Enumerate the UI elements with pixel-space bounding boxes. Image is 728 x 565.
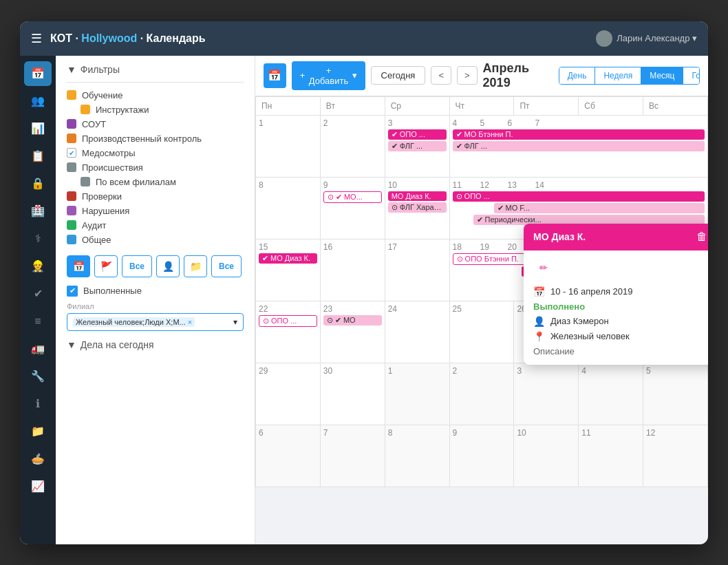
cal-day-other[interactable]: 8: [385, 425, 449, 487]
all2-btn[interactable]: Все: [211, 255, 242, 277]
filter-filials[interactable]: По всем филиалам: [67, 175, 244, 189]
popup-status: Выполнено: [533, 301, 585, 312]
filter-medosm[interactable]: ✔ Медосмотры: [67, 146, 244, 160]
user-menu[interactable]: Ларин Александр ▾: [596, 30, 697, 47]
sidebar-item-list[interactable]: ≡: [24, 309, 52, 334]
cal-day-other[interactable]: 10: [514, 425, 579, 487]
delete-icon[interactable]: 🗑: [696, 231, 707, 243]
sidebar-item-files[interactable]: 📁: [24, 419, 52, 444]
cal-day[interactable]: 22 ⊙ ОПО ...: [256, 301, 321, 363]
cal-day-other[interactable]: 3: [514, 363, 579, 425]
sidebar-item-reports[interactable]: 📊: [24, 116, 52, 141]
completed-row[interactable]: ✔ Выполненные: [67, 286, 244, 297]
folder-icon-btn[interactable]: 📁: [184, 255, 207, 277]
sidebar-item-tasks[interactable]: ✔: [24, 281, 52, 306]
cal-day[interactable]: 29: [256, 363, 321, 425]
calendar-event[interactable]: ⊙ ✔ МО: [323, 315, 382, 326]
cal-day-other[interactable]: 6: [256, 425, 321, 487]
sidebar-item-info[interactable]: ℹ: [24, 392, 52, 416]
dela-header[interactable]: ▼ Дела на сегодня: [67, 339, 244, 350]
week-row: 1 2 3 ✔ ОПО ... ✔ ФЛГ ... 4: [256, 115, 708, 177]
cal-day[interactable]: 16: [320, 239, 385, 301]
next-button[interactable]: >: [457, 66, 478, 85]
cal-day-other[interactable]: 2: [449, 363, 514, 425]
all1-btn[interactable]: Все: [122, 255, 152, 277]
prev-button[interactable]: <: [431, 66, 451, 85]
flag-icon-btn[interactable]: 🚩: [94, 255, 118, 277]
sidebar-item-analytics[interactable]: 🥧: [24, 447, 52, 471]
cal-day[interactable]: 17: [385, 239, 449, 301]
filter-proish[interactable]: Происшествия: [67, 160, 244, 175]
cal-day-other[interactable]: 7: [320, 425, 385, 487]
cal-day-other[interactable]: 5: [643, 363, 708, 425]
sidebar-item-docs[interactable]: 📋: [24, 144, 52, 169]
day-number: 30: [323, 366, 382, 376]
cal-day-other[interactable]: 4: [579, 363, 643, 425]
day-number: 8: [388, 428, 447, 438]
cal-day[interactable]: 3 ✔ ОПО ... ✔ ФЛГ ...: [385, 115, 449, 177]
calendar-event[interactable]: ✔ МО Бтэнни П.: [453, 129, 705, 140]
sidebar-item-health[interactable]: ⚕: [24, 226, 52, 251]
filter-audit[interactable]: Аудит: [67, 218, 244, 233]
calendar-event[interactable]: ✔ ОПО ...: [388, 129, 447, 140]
view-week[interactable]: Неделя: [595, 67, 641, 84]
cal-day-other[interactable]: 1: [385, 363, 449, 425]
calendar-event[interactable]: ⊙ ФЛГ Харатьян Д. В.: [388, 202, 447, 213]
sidebar-item-calendar[interactable]: 📅: [24, 61, 52, 86]
calendar-event[interactable]: ✔ МО Диаз К.: [259, 253, 317, 264]
completed-label: Выполненные: [83, 286, 142, 296]
filter-obshchee[interactable]: Общее: [67, 233, 244, 247]
app-screen: ☰ КОТ · Hollywood · Календарь Ларин Алек…: [20, 21, 708, 544]
filter-instruktazhi[interactable]: Инструктажи: [67, 103, 244, 117]
filter-sout[interactable]: СОУТ: [67, 117, 244, 131]
cal-day[interactable]: 1: [256, 115, 321, 177]
filter-obuchenie[interactable]: Обучение: [67, 88, 244, 103]
calendar-event[interactable]: ✔ ФЛГ ...: [453, 141, 705, 151]
menu-icon[interactable]: ☰: [31, 31, 42, 46]
person-icon-btn[interactable]: 👤: [156, 255, 180, 277]
calendar-event[interactable]: МО Диаз К.: [388, 191, 447, 201]
topbar: ☰ КОТ · Hollywood · Календарь Ларин Алек…: [20, 21, 708, 56]
calendar-event[interactable]: ✔ МО F...: [494, 203, 705, 213]
sidebar-item-stats[interactable]: 📈: [24, 474, 52, 499]
cal-day-other[interactable]: 11: [579, 425, 643, 487]
calendar-event[interactable]: ⊙ ✔ МО...: [323, 191, 382, 203]
filter-narusheniya[interactable]: Нарушения: [67, 204, 244, 218]
cal-day[interactable]: 25: [449, 301, 514, 363]
view-month[interactable]: Месяц: [641, 67, 683, 84]
cal-day[interactable]: 2: [320, 115, 385, 177]
cal-day-other[interactable]: 12: [643, 425, 708, 487]
filter-proizv[interactable]: Производственный контроль: [67, 131, 244, 146]
calendar-event[interactable]: ⊙ ОПО ...: [259, 315, 317, 327]
calendar-event[interactable]: ⊙ ОПО ...: [453, 191, 705, 202]
view-year[interactable]: Год: [683, 67, 700, 84]
popup-edit-button[interactable]: ✏: [533, 257, 554, 278]
cal-day[interactable]: 4 5 6 7 ✔ МО Бтэнни П. ✔ ФЛГ ...: [449, 115, 707, 177]
calendar-grid-icon-btn[interactable]: 📅: [264, 63, 286, 88]
cal-day-other[interactable]: 9: [449, 425, 514, 487]
sidebar-item-equipment[interactable]: 🚛: [24, 337, 52, 361]
calendar-icon-btn[interactable]: 📅: [67, 255, 90, 277]
sidebar-item-medical[interactable]: 🏥: [24, 199, 52, 224]
add-button[interactable]: + + Добавить ▾: [292, 61, 365, 90]
cal-day[interactable]: 10 МО Диаз К. ⊙ ФЛГ Харатьян Д. В.: [385, 177, 449, 239]
calendar-event[interactable]: ✔ ФЛГ ...: [388, 141, 447, 151]
cal-day[interactable]: 23 ⊙ ✔ МО: [320, 301, 385, 363]
cal-day[interactable]: 15 ✔ МО Диаз К.: [256, 239, 321, 301]
view-day[interactable]: День: [559, 67, 596, 84]
filter-label: Общее: [82, 235, 111, 245]
sidebar-item-users[interactable]: 👥: [24, 89, 52, 114]
filial-select[interactable]: Железный человек;Люди X;М... × ▾: [67, 313, 244, 331]
completed-checkbox[interactable]: ✔: [67, 286, 78, 297]
cal-day[interactable]: 8: [256, 177, 321, 239]
sidebar-item-safety[interactable]: 🔒: [24, 171, 52, 196]
filial-tag-remove[interactable]: ×: [188, 318, 192, 326]
sidebar-item-settings2[interactable]: 🔧: [24, 364, 52, 389]
filters-header[interactable]: ▼ Фильтры: [67, 64, 244, 75]
sidebar-item-worker[interactable]: 👷: [24, 254, 52, 279]
cal-day[interactable]: 9 ⊙ ✔ МО...: [320, 177, 385, 239]
filter-proverki[interactable]: Проверки: [67, 189, 244, 204]
cal-day[interactable]: 30: [320, 363, 385, 425]
today-button[interactable]: Сегодня: [371, 66, 426, 85]
cal-day[interactable]: 24: [385, 301, 449, 363]
